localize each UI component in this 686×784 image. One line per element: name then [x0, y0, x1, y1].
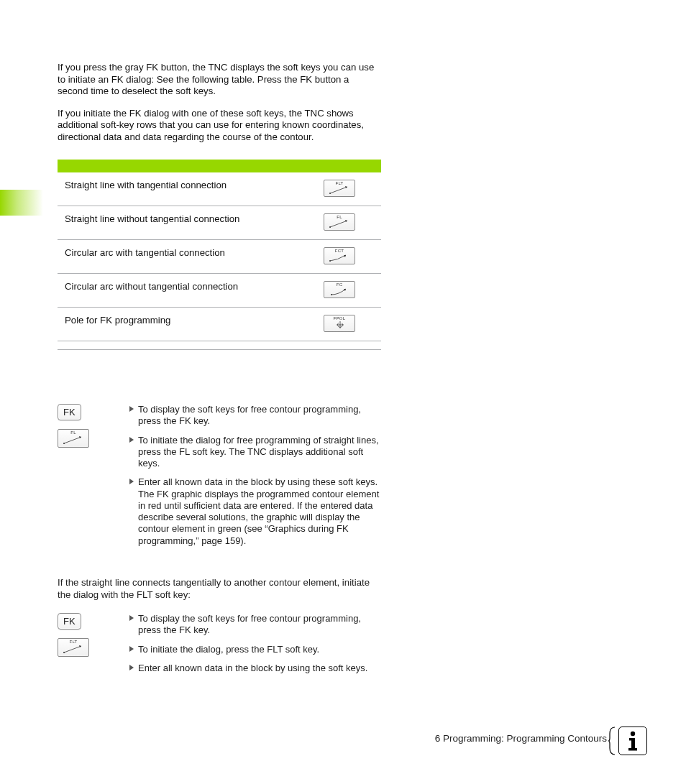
line-icon	[326, 218, 355, 229]
step-item: Enter all known data in the block by usi…	[129, 476, 381, 547]
svg-point-2	[329, 260, 331, 262]
page: If you press the gray FK button, the TNC…	[0, 0, 686, 784]
step-text: To initiate the dialog, press the FLT so…	[138, 644, 319, 655]
table-row: Circular arc without tangential connecti…	[58, 274, 381, 308]
step-text: Enter all known data in the block by usi…	[138, 476, 379, 545]
step-item: Enter all known data in the block by usi…	[129, 663, 381, 674]
step-item: To display the soft keys for free contou…	[129, 404, 381, 428]
row-key-cell: FL	[324, 213, 374, 231]
intro-paragraph-2: If the straight line connects tangential…	[58, 577, 381, 601]
arc-icon	[326, 285, 355, 297]
svg-point-0	[329, 193, 331, 194]
svg-rect-10	[631, 738, 635, 749]
procedure-steps-list: To display the soft keys for free contou…	[129, 404, 381, 547]
info-icon	[618, 727, 647, 755]
row-label: Straight line without tangential connect…	[65, 213, 324, 225]
svg-point-7	[63, 652, 65, 653]
triangle-bullet-icon	[129, 406, 134, 412]
paragraph-2: If you initiate the FK dialog with one o…	[58, 108, 381, 144]
procedure-block-1: FK FL To display the soft keys for free …	[58, 404, 381, 554]
fk-key[interactable]: FK	[58, 404, 81, 420]
triangle-bullet-icon	[129, 646, 134, 652]
footer-bracket-icon	[608, 727, 616, 755]
softkey-fc[interactable]: FC	[324, 281, 355, 298]
softkey-fpol[interactable]: FPOL	[324, 315, 355, 332]
footer-chapter-title: 6 Programming: Programming Contours	[435, 733, 607, 744]
table-row: Straight line with tangential connection…	[58, 172, 381, 206]
fk-key[interactable]: FK	[58, 613, 81, 629]
procedure-steps-list: To display the soft keys for free contou…	[129, 613, 381, 674]
procedure-block-2: If the straight line connects tangential…	[58, 613, 381, 681]
softkey-flt[interactable]: FLT	[324, 180, 355, 197]
triangle-bullet-icon	[129, 665, 134, 670]
step-item: To display the soft keys for free contou…	[129, 613, 381, 637]
paragraph-1: If you press the gray FK button, the TNC…	[58, 62, 381, 98]
row-key-cell: FLT	[324, 180, 374, 197]
row-label: Pole for FK programming	[65, 315, 324, 326]
row-label: Straight line with tangential connection	[65, 180, 324, 191]
svg-rect-11	[628, 748, 637, 751]
arc-tangent-icon	[326, 252, 355, 263]
softkey-table: Straight line with tangential connection…	[58, 172, 381, 350]
procedure-keys-column: FK FL	[58, 404, 122, 448]
pole-icon	[326, 319, 355, 331]
softkey-flt[interactable]: FLT	[58, 638, 89, 657]
side-tab-accent	[0, 190, 43, 216]
step-text: To display the soft keys for free contou…	[138, 613, 361, 635]
svg-point-1	[329, 226, 331, 228]
table-row: Pole for FK programming FPOL	[58, 308, 381, 341]
triangle-bullet-icon	[129, 479, 134, 484]
triangle-bullet-icon	[129, 615, 134, 621]
table-header-bar	[58, 160, 381, 172]
svg-point-3	[331, 294, 332, 295]
softkey-fl[interactable]: FL	[58, 429, 89, 448]
step-item: To initiate the dialog for free programm…	[129, 435, 381, 470]
procedure-keys-column: FK FLT	[58, 613, 122, 657]
softkey-fct[interactable]: FCT	[324, 247, 355, 264]
triangle-bullet-icon	[129, 437, 134, 443]
line-tangent-icon	[326, 184, 355, 195]
row-label: Circular arc without tangential connecti…	[65, 281, 324, 292]
table-row: Straight line without tangential connect…	[58, 206, 381, 240]
step-text: Enter all known data in the block by usi…	[138, 663, 367, 673]
softkey-fl[interactable]: FL	[324, 213, 355, 231]
svg-point-6	[63, 443, 65, 444]
row-key-cell: FPOL	[324, 315, 374, 332]
table-row: Circular arc with tangential connection …	[58, 240, 381, 274]
svg-point-8	[631, 732, 635, 736]
line-tangent-icon	[60, 642, 88, 655]
row-key-cell: FC	[324, 281, 374, 298]
line-icon	[60, 433, 88, 446]
intro-text-block: If you press the gray FK button, the TNC…	[58, 62, 381, 153]
step-text: To initiate the dialog for free programm…	[138, 435, 379, 469]
step-item: To initiate the dialog, press the FLT so…	[129, 644, 381, 655]
row-key-cell: FCT	[324, 247, 374, 264]
row-label: Circular arc with tangential connection	[65, 247, 324, 259]
step-text: To display the soft keys for free contou…	[138, 404, 361, 426]
